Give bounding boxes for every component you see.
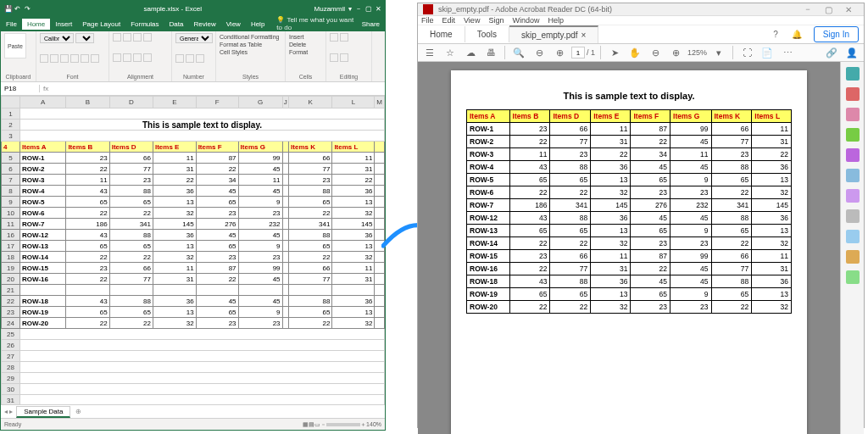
cell[interactable]: 11	[153, 263, 196, 274]
cell[interactable]: 23	[289, 175, 332, 186]
row-header[interactable]: 25	[2, 329, 20, 340]
cell[interactable]	[332, 285, 375, 296]
row-header[interactable]: 5	[2, 153, 20, 164]
cell[interactable]: 32	[332, 208, 375, 219]
cell[interactable]	[375, 307, 385, 318]
fill-icon[interactable]	[81, 54, 89, 63]
row-header[interactable]: 6	[2, 164, 20, 175]
ribbon-options-icon[interactable]: ▾	[348, 5, 352, 13]
cloud-icon[interactable]: ☁	[462, 44, 479, 61]
row-header[interactable]: 11	[2, 219, 20, 230]
cell[interactable]: 77	[109, 164, 153, 175]
cell[interactable]: ROW-6	[20, 208, 66, 219]
comma-icon[interactable]	[196, 54, 204, 63]
menu-help[interactable]: Help	[548, 16, 564, 25]
user-icon[interactable]: 👤	[843, 44, 860, 61]
menu-formulas[interactable]: Formulas	[125, 19, 164, 30]
cell[interactable]: 11	[332, 153, 375, 164]
cell[interactable]: ROW-4	[20, 186, 66, 197]
cell[interactable]: 88	[289, 186, 332, 197]
view-break-icon[interactable]: ▭	[314, 421, 320, 428]
maximize-icon[interactable]: ▢	[818, 5, 838, 14]
menu-file[interactable]: File	[1, 19, 22, 30]
cell[interactable]: 22	[332, 175, 375, 186]
cell[interactable]: 65	[66, 307, 109, 318]
cell[interactable]	[66, 285, 109, 296]
italic-icon[interactable]	[50, 54, 58, 63]
cell[interactable]: ROW-15	[20, 263, 66, 274]
merge-icon[interactable]	[143, 53, 152, 62]
cell[interactable]	[375, 197, 385, 208]
fx-icon[interactable]: fx	[40, 85, 52, 92]
row-header[interactable]: 27	[2, 351, 20, 362]
cell[interactable]: 22	[289, 208, 332, 219]
tool-button-9[interactable]	[846, 250, 860, 264]
close-icon[interactable]: ✕	[376, 5, 381, 13]
maximize-icon[interactable]: ▢	[365, 5, 372, 13]
col-header[interactable]: L	[332, 97, 375, 108]
cell[interactable]	[282, 296, 289, 307]
cell[interactable]: 88	[109, 230, 153, 241]
undo-icon[interactable]: ↶	[14, 5, 21, 12]
cell[interactable]: 9	[238, 197, 282, 208]
cell[interactable]	[289, 285, 332, 296]
cell[interactable]: 36	[153, 230, 196, 241]
cell[interactable]	[282, 252, 289, 263]
cell[interactable]: 22	[153, 175, 196, 186]
cell[interactable]: ROW-5	[20, 197, 66, 208]
sheet-tab-sample[interactable]: Sample Data	[16, 406, 70, 418]
sheet-nav-icon[interactable]: ◂ ▸	[1, 408, 16, 415]
cell[interactable]: 13	[332, 241, 375, 252]
cell[interactable]: ROW-18	[20, 296, 66, 307]
cell[interactable]: ROW-14	[20, 252, 66, 263]
cell[interactable]	[375, 296, 385, 307]
cell[interactable]	[282, 318, 289, 329]
cell[interactable]	[375, 274, 385, 285]
cell[interactable]: 77	[289, 274, 332, 285]
clear-icon[interactable]	[330, 53, 338, 62]
cell[interactable]: 45	[196, 186, 238, 197]
cell[interactable]: 36	[153, 186, 196, 197]
cell[interactable]: 23	[238, 208, 282, 219]
cell[interactable]: 145	[153, 219, 196, 230]
cell[interactable]: 11	[153, 153, 196, 164]
menu-home[interactable]: Home	[22, 19, 50, 30]
cell[interactable]: 36	[332, 230, 375, 241]
tell-me[interactable]: 💡 Tell me what you want to do	[270, 16, 356, 31]
share-icon[interactable]: 🔗	[823, 44, 840, 61]
cell[interactable]: 232	[238, 219, 282, 230]
menu-edit[interactable]: Edit	[442, 16, 456, 25]
cell[interactable]: 34	[196, 175, 238, 186]
cell[interactable]: ROW-1	[20, 153, 66, 164]
cell[interactable]: 22	[109, 318, 153, 329]
row-header[interactable]: 22	[2, 296, 20, 307]
zoom-in-icon[interactable]: ⊕	[551, 44, 568, 61]
sum-icon[interactable]	[330, 33, 338, 42]
cell[interactable]: 88	[109, 186, 153, 197]
menu-insert[interactable]: Insert	[50, 19, 77, 30]
cell[interactable]	[282, 153, 289, 164]
cell[interactable]: 23	[196, 208, 238, 219]
search-icon[interactable]: 🔍	[510, 44, 527, 61]
view-normal-icon[interactable]: ▦	[303, 421, 309, 428]
col-header[interactable]: F	[196, 97, 238, 108]
menu-view[interactable]: View	[464, 16, 480, 25]
col-header[interactable]: E	[153, 97, 196, 108]
hand-icon[interactable]: ✋	[626, 44, 643, 61]
cell[interactable]: 31	[332, 274, 375, 285]
cell[interactable]	[375, 318, 385, 329]
row-header[interactable]: 16	[2, 230, 20, 241]
cell[interactable]: 11	[66, 175, 109, 186]
cell[interactable]: 22	[66, 164, 109, 175]
row-header[interactable]: 2	[2, 120, 20, 131]
cell[interactable]	[20, 285, 66, 296]
cell[interactable]: 66	[109, 263, 153, 274]
cell[interactable]: 36	[153, 296, 196, 307]
cell[interactable]: 31	[153, 274, 196, 285]
row-header[interactable]: 31	[2, 395, 20, 405]
view-layout-icon[interactable]: ▤	[309, 421, 314, 428]
page-viewport[interactable]: This is sample text to display. Items AI…	[418, 62, 840, 434]
cell[interactable]: 65	[196, 307, 238, 318]
cell[interactable]: 22	[66, 318, 109, 329]
cell[interactable]: 43	[66, 186, 109, 197]
